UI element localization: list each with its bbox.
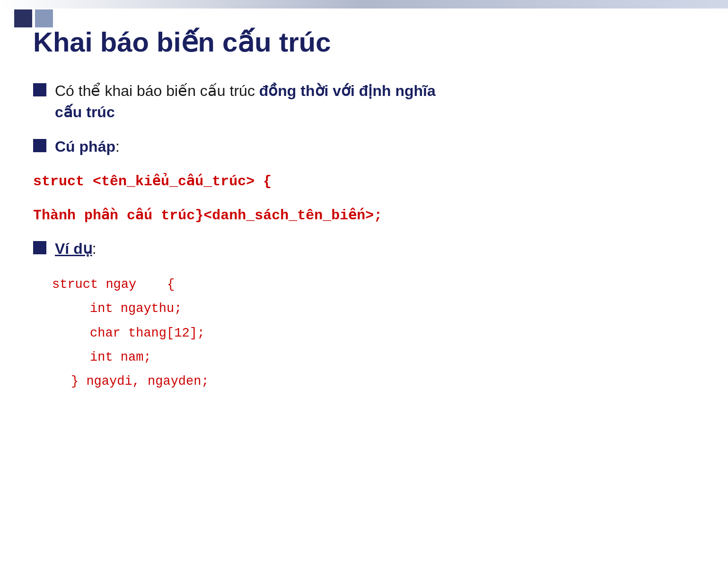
code-line-1: struct ngay { [52,273,695,297]
code-line-3: char thang[12]; [52,321,695,346]
bullet-text-1: Có thể khai báo biến cấu trúc đồng thời … [55,80,436,123]
example-label: Ví dụ [55,240,92,257]
bullet-bold-3: Ví dụ [55,240,92,257]
bullet-item-2: Cú pháp: [33,136,695,157]
slide-title: Khai báo biến cấu trúc [33,26,331,58]
logo-squares [14,9,53,27]
bullet-item-3: Ví dụ: [33,238,695,259]
bullet-icon-3 [33,241,46,254]
square-light [35,9,53,27]
bullet-icon-2 [33,139,46,152]
bullet-text-2: Cú pháp: [55,136,120,157]
bullet-text-3: Ví dụ: [55,238,96,259]
code-line-4: int nam; [52,346,695,370]
bullet-bold-2: Cú pháp [55,138,115,155]
syntax-line1: struct <tên_kiểu_cấu_trúc> { [33,170,695,193]
content-area: Có thể khai báo biến cấu trúc đồng thời … [33,80,695,394]
slide: Khai báo biến cấu trúc Có thể khai báo b… [0,0,728,562]
square-dark [14,9,32,27]
code-line-5: } ngaydi, ngayden; [52,370,695,394]
top-decoration [0,0,728,9]
bullet-icon-1 [33,83,46,96]
code-example: struct ngay { int ngaythu; char thang[12… [52,273,695,394]
syntax-line2: Thành phần cấu trúc}<danh_sách_tên_biến>… [33,204,695,227]
bullet-bold-1: đồng thời với định nghĩacấu trúc [55,82,436,121]
bullet-item-1: Có thể khai báo biến cấu trúc đồng thời … [33,80,695,123]
code-line-2: int ngaythu; [52,297,695,321]
